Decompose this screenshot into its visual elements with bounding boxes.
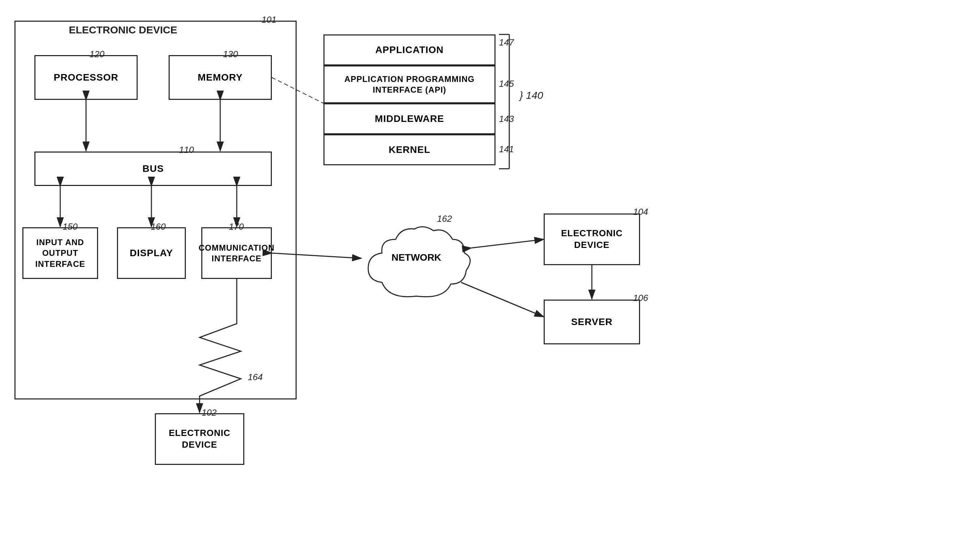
- ref-162: 162: [437, 214, 452, 224]
- comm-interface-label: COMMUNICATION INTERFACE: [199, 242, 275, 264]
- display-label: DISPLAY: [130, 247, 173, 259]
- memory-box: MEMORY: [169, 55, 272, 100]
- diagram-container: ELECTRONIC DEVICE 101 PROCESSOR 120 MEMO…: [0, 0, 980, 552]
- electronic-device-102-label: ELECTRONIC DEVICE: [156, 428, 243, 451]
- network-label: NETWORK: [361, 251, 471, 264]
- electronic-device-104-box: ELECTRONIC DEVICE: [544, 214, 640, 265]
- middleware-label: MIDDLEWARE: [375, 113, 444, 125]
- memory-label: MEMORY: [198, 71, 243, 84]
- application-box: APPLICATION: [323, 34, 495, 65]
- bus-label: BUS: [142, 163, 164, 175]
- kernel-box: KERNEL: [323, 134, 495, 165]
- comm-interface-box: COMMUNICATION INTERFACE: [201, 227, 272, 279]
- ref-104: 104: [633, 207, 648, 217]
- ref-120: 120: [89, 49, 104, 59]
- io-interface-box: INPUT AND OUTPUT INTERFACE: [22, 227, 98, 279]
- ref-106: 106: [633, 293, 648, 303]
- display-box: DISPLAY: [117, 227, 186, 279]
- kernel-label: KERNEL: [388, 144, 430, 156]
- ref-160: 160: [151, 222, 165, 232]
- svg-line-10: [461, 282, 544, 317]
- electronic-device-104-label: ELECTRONIC DEVICE: [545, 228, 639, 251]
- electronic-device-102-box: ELECTRONIC DEVICE: [155, 413, 244, 465]
- ref-101: 101: [261, 14, 276, 25]
- api-label: APPLICATION PROGRAMMING INTERFACE (API): [325, 74, 495, 95]
- application-label: APPLICATION: [375, 44, 444, 56]
- bracket-svg: [495, 33, 530, 171]
- ref-164: 164: [248, 372, 262, 383]
- server-label: SERVER: [571, 316, 613, 328]
- network-cloud-svg: [361, 220, 471, 310]
- svg-line-9: [471, 239, 544, 248]
- electronic-device-label: ELECTRONIC DEVICE: [69, 24, 177, 36]
- ref-102: 102: [202, 407, 216, 418]
- processor-label: PROCESSOR: [54, 71, 118, 84]
- middleware-box: MIDDLEWARE: [323, 103, 495, 134]
- server-box: SERVER: [544, 300, 640, 345]
- processor-box: PROCESSOR: [34, 55, 138, 100]
- ref-130: 130: [223, 49, 238, 59]
- bus-box: BUS: [34, 152, 272, 186]
- ref-170: 170: [229, 222, 243, 232]
- io-interface-label: INPUT AND OUTPUT INTERFACE: [24, 237, 97, 269]
- network-container: NETWORK: [361, 220, 471, 310]
- ref-110: 110: [179, 145, 194, 155]
- api-box: APPLICATION PROGRAMMING INTERFACE (API): [323, 65, 495, 103]
- ref-150: 150: [63, 222, 78, 232]
